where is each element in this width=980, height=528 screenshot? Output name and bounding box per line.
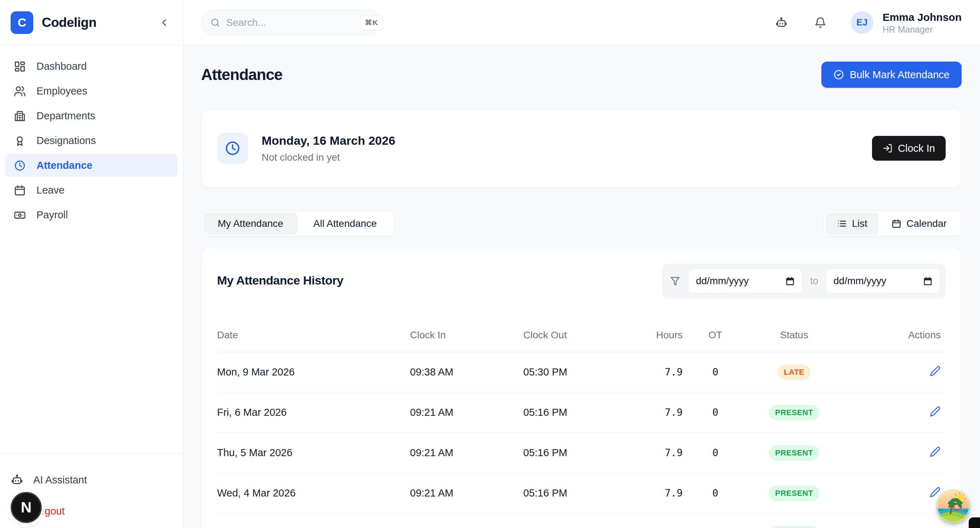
page-title: Attendance — [201, 66, 283, 84]
edit-attendance-button[interactable] — [930, 406, 941, 418]
ai-assistant-label: AI Assistant — [33, 474, 87, 486]
view-list-button[interactable]: List — [826, 213, 879, 235]
cell-clock-out: 05:30 PM — [523, 366, 646, 378]
user-avatar[interactable]: EJ — [851, 11, 873, 34]
pencil-icon — [930, 366, 941, 377]
sidebar-item-designations[interactable]: Designations — [5, 129, 178, 152]
pencil-icon — [930, 487, 941, 498]
clock-card-status: Not clocked in yet — [262, 152, 395, 163]
sidebar-item-employees[interactable]: Employees — [5, 79, 178, 103]
status-badge: PRESENT — [769, 405, 819, 420]
edit-attendance-button[interactable] — [930, 487, 941, 499]
date-from-input[interactable]: dd/mm/yyyy — [688, 269, 802, 293]
app-window: C Codelign Dashboard Employees Departmen… — [0, 0, 980, 528]
tabs-row: My Attendance All Attendance List Calend… — [201, 211, 962, 236]
sidebar-item-leave[interactable]: Leave — [5, 179, 178, 202]
sidebar-item-departments[interactable]: Departments — [5, 105, 178, 127]
dev-panel-corner-button[interactable] — [969, 517, 980, 528]
search-box[interactable]: ⌘K — [201, 10, 380, 35]
date-from-placeholder: dd/mm/yyyy — [696, 275, 748, 287]
search-shortcut-badge: ⌘K — [360, 15, 383, 30]
tab-my-attendance[interactable]: My Attendance — [203, 213, 298, 235]
sidebar-item-dashboard[interactable]: Dashboard — [5, 55, 178, 78]
view-list-label: List — [852, 218, 867, 229]
status-badge: LATE — [778, 365, 810, 380]
topbar-right: EJ Emma Johnson HR Manager — [773, 11, 962, 35]
date-filters: dd/mm/yyyy to dd/mm/yyyy — [662, 264, 946, 298]
brand-name: Codelign — [42, 15, 96, 30]
attendance-tabs: My Attendance All Attendance — [201, 211, 395, 236]
sidebar-item-label: Dashboard — [37, 60, 87, 72]
table-row: Fri, 6 Mar 2026 09:21 AM 05:16 PM 7.9 0 … — [217, 392, 946, 433]
island-illustration — [937, 490, 970, 523]
table-body: Mon, 9 Mar 2026 09:38 AM 05:30 PM 7.9 0 … — [217, 352, 946, 528]
history-head: My Attendance History dd/mm/yyyy to dd/m… — [217, 264, 946, 298]
dev-badge-letter: N — [21, 499, 32, 516]
sidebar-collapse-button[interactable] — [157, 15, 172, 30]
sidebar-footer: AI Assistant Logout N — [0, 453, 183, 528]
island-widget-button[interactable] — [937, 490, 970, 523]
sidebar: C Codelign Dashboard Employees Departmen… — [0, 0, 183, 528]
list-icon — [837, 219, 847, 228]
date-to-input[interactable]: dd/mm/yyyy — [826, 269, 940, 293]
notifications-button[interactable] — [813, 15, 828, 30]
edit-attendance-button[interactable] — [930, 446, 941, 458]
user-initials: EJ — [856, 17, 868, 28]
award-icon — [14, 135, 26, 147]
clock-in-button[interactable]: Clock In — [872, 136, 946, 161]
cell-clock-in: 09:38 AM — [410, 366, 523, 378]
cell-ot: 0 — [693, 487, 738, 499]
sidebar-item-attendance[interactable]: Attendance — [5, 154, 178, 177]
clock-icon — [224, 140, 241, 156]
col-actions: Actions — [851, 330, 946, 341]
status-badge: PRESENT — [769, 526, 819, 528]
page-head: Attendance Bulk Mark Attendance — [201, 62, 962, 88]
filter-icon — [670, 276, 681, 286]
tab-all-attendance[interactable]: All Attendance — [298, 213, 392, 235]
col-clock-out: Clock Out — [523, 330, 646, 341]
table-row: PRESENT — [217, 514, 946, 528]
bell-icon — [814, 16, 827, 29]
sidebar-item-payroll[interactable]: Payroll — [5, 203, 178, 227]
calendar-picker-icon[interactable] — [923, 276, 932, 286]
cell-date: Thu, 5 Mar 2026 — [217, 447, 410, 459]
tab-all-attendance-label: All Attendance — [313, 218, 377, 229]
bulk-mark-attendance-button[interactable]: Bulk Mark Attendance — [821, 62, 962, 88]
cell-clock-in: 09:21 AM — [410, 447, 523, 459]
sidebar-item-label: Payroll — [37, 209, 68, 221]
sidebar-item-label: Departments — [37, 110, 95, 122]
cell-clock-in: 09:21 AM — [410, 487, 523, 499]
nextjs-dev-badge[interactable]: N — [12, 493, 40, 522]
clock-card-date: Monday, 16 March 2026 — [262, 134, 395, 147]
edit-attendance-button[interactable] — [930, 366, 941, 377]
col-ot: OT — [693, 330, 738, 341]
cell-hours: 7.9 — [646, 366, 693, 378]
calendar-picker-icon[interactable] — [785, 276, 795, 286]
sidebar-item-ai-assistant[interactable]: AI Assistant — [11, 472, 172, 488]
main-area: ⌘K EJ Emma Johnson HR Manager — [183, 0, 980, 528]
clock-card-text: Monday, 16 March 2026 Not clocked in yet — [262, 134, 395, 163]
sidebar-nav: Dashboard Employees Departments Designat… — [0, 45, 183, 227]
brand-logo: C — [11, 11, 33, 34]
cell-date: Fri, 6 Mar 2026 — [217, 407, 410, 418]
table-row: Thu, 5 Mar 2026 09:21 AM 05:16 PM 7.9 0 … — [217, 433, 946, 473]
col-hours: Hours — [646, 330, 693, 341]
cell-clock-out: 05:16 PM — [523, 407, 646, 418]
cell-ot: 0 — [693, 407, 738, 418]
banknote-icon — [14, 209, 26, 221]
sidebar-item-label: Leave — [37, 184, 64, 196]
cell-clock-in: 09:21 AM — [410, 407, 523, 418]
sidebar-item-label: Employees — [37, 85, 87, 97]
search-input[interactable] — [226, 17, 354, 28]
assistant-button[interactable] — [773, 15, 789, 30]
cell-hours: 7.9 — [646, 407, 693, 418]
clock-in-card: Monday, 16 March 2026 Not clocked in yet… — [201, 109, 962, 187]
view-calendar-label: Calendar — [906, 218, 947, 229]
table-header: Date Clock In Clock Out Hours OT Status … — [217, 318, 946, 352]
users-icon — [14, 85, 26, 97]
sidebar-header: C Codelign — [0, 0, 183, 45]
view-calendar-button[interactable]: Calendar — [879, 213, 959, 235]
clock-icon — [14, 160, 26, 172]
cell-clock-out: 05:16 PM — [523, 487, 646, 499]
tab-my-attendance-label: My Attendance — [218, 218, 283, 229]
